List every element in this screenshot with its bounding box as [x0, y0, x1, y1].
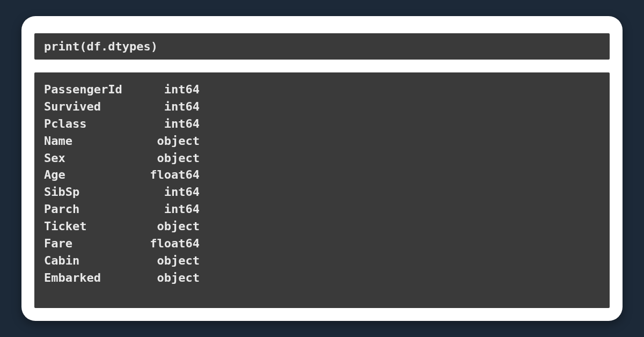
dtype-row: Sexobject — [44, 150, 600, 167]
column-dtype: float64 — [146, 235, 200, 252]
column-name: Embarked — [44, 269, 146, 287]
column-dtype: object — [146, 133, 200, 150]
column-name: Pclass — [44, 115, 146, 133]
code-line: print(df.dtypes) — [44, 40, 158, 53]
dtype-row: Farefloat64 — [44, 235, 600, 252]
column-name: PassengerId — [44, 81, 146, 98]
column-dtype: object — [146, 150, 200, 167]
dtype-row: Embarkedobject — [44, 269, 600, 287]
column-dtype: int64 — [146, 81, 200, 98]
column-name: Name — [44, 133, 146, 150]
column-dtype: int64 — [146, 98, 200, 115]
code-input-block: print(df.dtypes) — [34, 33, 610, 60]
column-name: Age — [44, 166, 146, 184]
column-dtype: object — [146, 218, 200, 235]
column-dtype: int64 — [146, 201, 200, 218]
dtype-row: Cabinobject — [44, 252, 600, 269]
column-dtype: object — [146, 252, 200, 269]
dtype-row: Nameobject — [44, 133, 600, 150]
column-name: Sex — [44, 150, 146, 167]
dtype-row: PassengerIdint64 — [44, 81, 600, 98]
column-name: Ticket — [44, 218, 146, 235]
column-dtype: int64 — [146, 184, 200, 201]
column-dtype: object — [146, 269, 200, 287]
column-dtype: int64 — [146, 115, 200, 133]
code-output-block: PassengerIdint64Survivedint64Pclassint64… — [34, 72, 610, 308]
column-dtype: float64 — [146, 166, 200, 184]
column-name: Cabin — [44, 252, 146, 269]
dtype-row: Ticketobject — [44, 218, 600, 235]
dtype-row: Survivedint64 — [44, 98, 600, 115]
column-name: Fare — [44, 235, 146, 252]
column-name: Survived — [44, 98, 146, 115]
dtype-row: Parchint64 — [44, 201, 600, 218]
column-name: Parch — [44, 201, 146, 218]
dtype-row: SibSpint64 — [44, 184, 600, 201]
column-name: SibSp — [44, 184, 146, 201]
content-card: print(df.dtypes) PassengerIdint64Survive… — [21, 16, 623, 321]
block-spacer — [34, 60, 610, 72]
dtype-row: Pclassint64 — [44, 115, 600, 133]
dtype-row: Agefloat64 — [44, 166, 600, 184]
